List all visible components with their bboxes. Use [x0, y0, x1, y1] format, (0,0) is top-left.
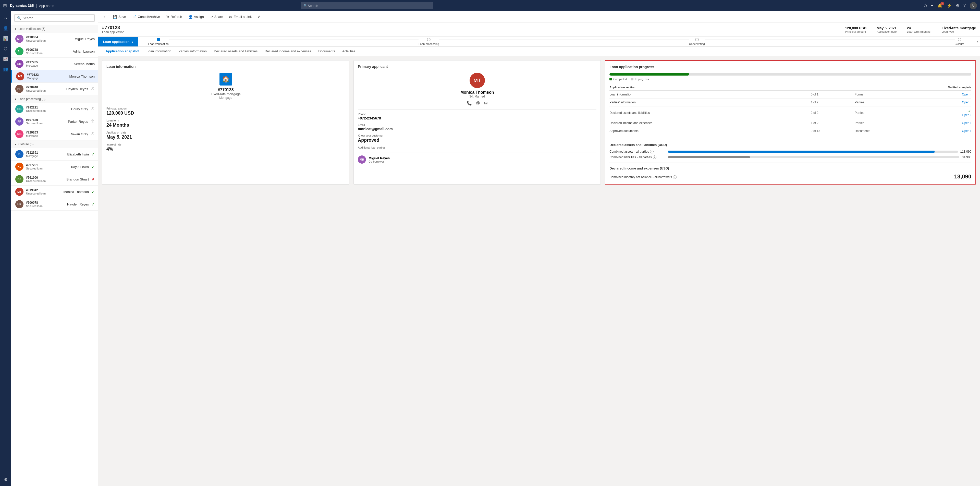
list-item[interactable]: MR #198364 Unsecured loan Miguel Reyes [11, 33, 98, 45]
settings-icon[interactable]: ⚙ [1, 475, 10, 484]
top-navigation: ⊞ Dynamics 365 | App name 🔍 ⊙ + 🔔 1 ⚡ ⚙ … [0, 0, 980, 11]
meta-loan-term: 24 Loan term (months) [907, 26, 931, 33]
open-link[interactable]: Open › [928, 100, 971, 104]
item-name: Rowan Gray [70, 132, 88, 136]
sidebar-search-box[interactable]: 🔍 [14, 14, 95, 22]
list-item[interactable]: PR #197630 Secured loan Parker Reyes ⏱ [11, 115, 98, 128]
asset-bar-liabilities [668, 156, 959, 158]
users-icon[interactable]: 👥 [1, 64, 10, 73]
group-loan-processing[interactable]: ▼ Loan processing (3) [11, 95, 98, 103]
section-link[interactable]: ✓ Open › [928, 107, 971, 119]
section-link[interactable]: Open › [928, 91, 971, 99]
reports-icon[interactable]: 📊 [1, 34, 10, 43]
tab-application-snapshot[interactable]: Application snapshot [102, 47, 143, 56]
filter-icon[interactable]: ⚡ [947, 3, 952, 8]
col-section: Application section [609, 84, 811, 91]
loan-category: Mortgage [107, 96, 345, 100]
info-icon[interactable]: i [650, 150, 654, 153]
section-link[interactable]: Open › [928, 119, 971, 127]
open-link[interactable]: Open › [928, 92, 971, 96]
co-borrower-avatar: MR [358, 155, 366, 164]
bell-icon[interactable]: 🔔 1 [937, 3, 942, 8]
list-item[interactable]: KL #997261 Secured loan Kayla Lewis ✓ [11, 161, 98, 173]
info-icon[interactable]: i [673, 175, 676, 179]
item-id: #197630 [26, 118, 65, 122]
nav-divider: | [36, 3, 37, 8]
group-closure[interactable]: ▼ Closure (5) [11, 140, 98, 148]
sidebar-search-icon: 🔍 [17, 16, 21, 20]
co-borrower-info: Miguel Reyes Co-borrower [369, 156, 390, 163]
record-number: #770123 [102, 25, 845, 30]
phone-icon[interactable]: 📞 [467, 101, 472, 106]
table-row: Loan information 0 of 1 Forms Open › [609, 91, 971, 99]
share-icon: ↗ [210, 15, 213, 19]
mail-icon[interactable]: ✉ [484, 101, 487, 106]
sidebar-search-input[interactable] [23, 16, 92, 20]
home-icon[interactable]: ⌂ [1, 13, 10, 22]
loan-term-field-label: Loan term [107, 119, 345, 122]
list-item[interactable]: MT #819342 Unsecured loan Monica Thomson… [11, 186, 98, 198]
save-button[interactable]: 💾 Save [110, 13, 129, 21]
share-button[interactable]: ↗ Share [207, 13, 226, 21]
list-item[interactable]: HR #600078 Secured loan Hayden Reyes ✓ [11, 198, 98, 210]
tab-declared-income[interactable]: Declared income and expenses [261, 47, 315, 56]
active-stage-button[interactable]: Loan application ‹ [98, 37, 138, 46]
chart-icon[interactable]: 📈 [1, 54, 10, 63]
plus-icon[interactable]: + [931, 3, 933, 8]
list-item[interactable]: SM #197765 Mortgage Serena Morris [11, 58, 98, 70]
tab-documents[interactable]: Documents [315, 47, 339, 56]
income-value: 13,090 [954, 173, 971, 180]
circle-check-icon[interactable]: ⊙ [924, 3, 927, 8]
open-link[interactable]: Open › [928, 113, 971, 117]
item-type: Mortgage [26, 64, 71, 67]
open-link[interactable]: Open › [928, 129, 971, 133]
stage-toggle-icon[interactable]: ‹ [131, 39, 133, 44]
group-loan-verification[interactable]: ▼ Loan verification (5) [11, 25, 98, 33]
list-item[interactable]: HR #728940 Unsecured loan Hayden Reyes ⏱ [11, 83, 98, 95]
stage-next-icon[interactable]: › [975, 39, 980, 44]
list-item[interactable]: CG #982221 Unsecured loan Corey Gray ⏱ [11, 103, 98, 115]
item-info: #106728 Secured loan [26, 48, 70, 55]
info-icon[interactable]: i [653, 155, 656, 159]
search-input[interactable] [307, 4, 431, 8]
app-date-field: Application date May 5, 2021 [107, 131, 345, 140]
refresh-button[interactable]: ↻ Refresh [164, 13, 185, 21]
list-item[interactable]: AL #106728 Secured loan Adrian Lawson [11, 45, 98, 58]
back-button[interactable]: ← [101, 13, 109, 21]
tab-parties-information[interactable]: Parties' information [175, 47, 210, 56]
person-icon[interactable]: 👤 [1, 24, 10, 33]
grid-icon[interactable]: ⊞ [3, 3, 7, 8]
tab-loan-information[interactable]: Loan information [143, 47, 175, 56]
list-item-active[interactable]: MT #770123 Mortgage Monica Thomson [11, 70, 98, 83]
list-item[interactable]: B #112391 Mortgage Elizabeth Irwin ✓ [11, 148, 98, 161]
cancel-archive-button[interactable]: 📄 Cancel/Archive [130, 13, 162, 21]
assign-button[interactable]: 👤 Assign [186, 13, 207, 21]
table-row: Declared income and expenses 1 of 2 Part… [609, 119, 971, 127]
global-search[interactable]: 🔍 [301, 2, 433, 9]
more-button[interactable]: ∨ [255, 13, 262, 21]
tab-declared-assets[interactable]: Declared assets and liabilities [210, 47, 261, 56]
section-link[interactable]: Open › [928, 127, 971, 135]
principal-value: 120,000 USD [845, 26, 866, 30]
combined-assets-value: 113,090 [960, 150, 971, 153]
avatar: HR [15, 85, 24, 93]
email-at-icon[interactable]: @ [476, 101, 480, 106]
list-item[interactable]: RG #829263 Mortgage Rowan Gray ⏱ [11, 128, 98, 140]
open-link[interactable]: Open › [928, 121, 971, 125]
email-link-button[interactable]: ✉ Email a Link [227, 13, 254, 21]
tab-activities[interactable]: Activities [339, 47, 359, 56]
email-label: Email a Link [234, 15, 251, 19]
co-borrower-name: Miguel Reyes [369, 156, 390, 160]
item-id: #997261 [26, 163, 68, 167]
gear-icon[interactable]: ⚙ [956, 3, 959, 8]
status-icon: ✓ [91, 152, 95, 157]
help-icon[interactable]: ? [963, 3, 966, 8]
workflow-icon[interactable]: ⬡ [1, 44, 10, 53]
user-icon[interactable]: U [970, 2, 977, 9]
list-item[interactable]: BS #561900 Unsecured loan Brandon Stuart… [11, 173, 98, 186]
chevron-icon: ▼ [14, 27, 17, 30]
combined-assets-label: Combined assets - all parties i [609, 150, 666, 153]
interest-rate-value: 4% [107, 147, 345, 152]
section-link[interactable]: Open › [928, 99, 971, 107]
item-info: #600078 Secured loan [26, 201, 65, 207]
